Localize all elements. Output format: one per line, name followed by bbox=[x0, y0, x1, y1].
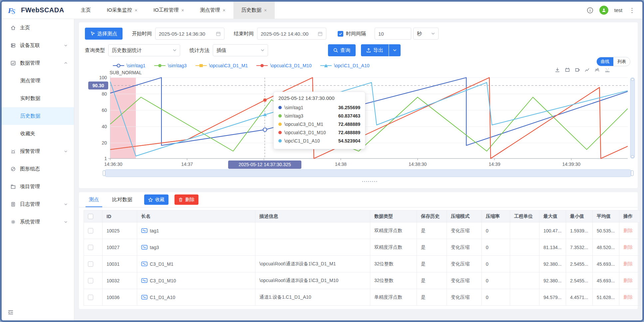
interval-input[interactable]: 10 bbox=[375, 28, 411, 40]
row-checkbox[interactable] bbox=[88, 228, 93, 233]
column-header-ID: ID bbox=[103, 210, 137, 222]
row-delete-link[interactable]: 删除 bbox=[623, 244, 633, 250]
interval-checkbox[interactable] bbox=[338, 31, 343, 37]
nav-tab-主页[interactable]: 主页 bbox=[73, 2, 99, 19]
sidebar-subitem-测点管理[interactable]: 测点管理 bbox=[2, 72, 74, 90]
legend-item--opcua-C3_D1_M1[interactable]: \opcua\C3_D1_M1 bbox=[195, 63, 248, 68]
row-delete-link[interactable]: 删除 bbox=[623, 228, 633, 233]
interval-unit-select[interactable]: 秒 bbox=[413, 28, 439, 40]
sidebar-item-日志管理[interactable]: 日志管理 bbox=[2, 195, 74, 213]
nav-tab-IO工程管理[interactable]: IO工程管理× bbox=[146, 2, 192, 19]
close-tab-icon[interactable]: × bbox=[264, 8, 267, 13]
marker bbox=[263, 99, 267, 102]
home-icon bbox=[10, 25, 16, 31]
points-table: ID长名描述信息数据类型保存历史压缩模式压缩率工程单位最大值最小值平均值操作 1… bbox=[84, 210, 640, 306]
row-delete-link[interactable]: 删除 bbox=[623, 261, 633, 266]
end-time-input[interactable]: 2025-05-12 14:40.:00 bbox=[257, 28, 326, 40]
smooth-line-chart-icon[interactable] bbox=[594, 67, 600, 74]
star-icon bbox=[148, 197, 153, 202]
stack-chart-icon[interactable] bbox=[604, 67, 610, 74]
close-tab-icon[interactable]: × bbox=[135, 8, 138, 13]
series-dot bbox=[278, 131, 282, 134]
curve-view-button[interactable]: 曲线 bbox=[597, 57, 613, 66]
stat-method-label: 统计方法 bbox=[189, 47, 209, 54]
nav-tab-历史数据[interactable]: 历史数据× bbox=[233, 2, 275, 19]
user-avatar[interactable] bbox=[599, 6, 608, 15]
cell-min: 7.3532... bbox=[566, 239, 593, 256]
nav-tab-label: IO工程管理 bbox=[154, 7, 179, 13]
sidebar-item-主页[interactable]: 主页 bbox=[2, 19, 74, 37]
start-time-input[interactable]: 2025-05-12 14:36:30 bbox=[155, 28, 224, 40]
nav-tab-测点管理[interactable]: 测点管理× bbox=[192, 2, 233, 19]
y-axis-tick: 1 bbox=[104, 156, 107, 161]
app-window: F S FWebSCADA 主页IO采集监控×IO工程管理×测点管理×历史数据×… bbox=[0, 0, 644, 322]
close-tab-icon[interactable]: × bbox=[223, 8, 225, 13]
sidebar-item-系统管理[interactable]: 系统管理 bbox=[2, 213, 74, 231]
datazoom-handle[interactable] bbox=[103, 170, 105, 176]
delete-button[interactable]: 删除 bbox=[174, 194, 198, 205]
cell-ratio: 0 bbox=[482, 289, 510, 306]
legend-marker bbox=[320, 63, 332, 68]
project-icon bbox=[10, 184, 16, 189]
sidebar-item-label: 日志管理 bbox=[20, 201, 40, 207]
legend-label: \opcua\C3_D1_M10 bbox=[270, 63, 312, 68]
sidebar-item-项目管理[interactable]: 项目管理 bbox=[2, 178, 74, 195]
nav-tab-label: 历史数据 bbox=[241, 7, 261, 13]
sidebar-subitem-实时数据[interactable]: 实时数据 bbox=[2, 90, 74, 107]
line-chart-icon[interactable] bbox=[584, 67, 590, 74]
row-checkbox[interactable] bbox=[88, 278, 93, 283]
favorite-button[interactable]: 收藏 bbox=[144, 194, 168, 205]
legend-item--sim-tag1[interactable]: \sim\tag1 bbox=[113, 63, 146, 68]
column-header-最小值: 最小值 bbox=[566, 210, 593, 222]
stat-method-select[interactable]: 插值 bbox=[213, 44, 268, 56]
save-image-icon[interactable] bbox=[554, 67, 560, 74]
column-header-操作: 操作 bbox=[619, 210, 640, 222]
tab-points[interactable]: 测点 bbox=[83, 192, 105, 207]
sidebar-item-数据管理[interactable]: 数据管理 bbox=[2, 54, 74, 72]
legend-item--sim-tag3[interactable]: \sim\tag3 bbox=[154, 63, 187, 68]
cell-unit bbox=[510, 239, 539, 256]
y-axis-tick: 20 bbox=[102, 140, 107, 146]
sidebar-item-设备互联[interactable]: 设备互联 bbox=[2, 37, 74, 54]
sidebar-item-label: 图形组态 bbox=[20, 166, 40, 172]
column-header-工程单位: 工程单位 bbox=[510, 210, 539, 222]
legend-item--opc-C1_D1_A10[interactable]: \opc\C1_D1_A10 bbox=[320, 63, 370, 68]
series-line--opcua-C3_D1_M10 bbox=[110, 78, 628, 159]
chevron-down-icon bbox=[173, 49, 176, 52]
row-delete-link[interactable]: 删除 bbox=[623, 294, 633, 300]
row-checkbox[interactable] bbox=[88, 245, 93, 250]
sidebar-subitem-历史数据[interactable]: 历史数据 bbox=[2, 107, 74, 125]
brand: F S FWebSCADA bbox=[2, 2, 73, 19]
sidebar-subitem-收藏夹[interactable]: 收藏夹 bbox=[2, 125, 74, 143]
select-all-checkbox[interactable] bbox=[88, 214, 93, 219]
datazoom-slider[interactable] bbox=[104, 169, 632, 177]
data-zoom-reset-icon[interactable] bbox=[574, 67, 580, 74]
cell-id: 10032 bbox=[103, 272, 137, 289]
row-checkbox[interactable] bbox=[88, 261, 93, 267]
cell-max: 92.380... bbox=[539, 256, 566, 272]
sidebar-item-图形组态[interactable]: 图形组态 bbox=[2, 160, 74, 178]
y-axis-name: SUB_NORMAL bbox=[110, 70, 142, 75]
search-button[interactable]: 查询 bbox=[328, 44, 356, 56]
query-type-select[interactable]: 历史数据统计 bbox=[108, 44, 180, 56]
list-view-button[interactable]: 列表 bbox=[613, 57, 630, 66]
row-checkbox[interactable] bbox=[88, 295, 93, 300]
collapse-sidebar-icon[interactable] bbox=[8, 310, 14, 316]
close-tab-icon[interactable]: × bbox=[181, 8, 184, 13]
tab-compare-data[interactable]: 比对数据 bbox=[106, 192, 138, 207]
kebab-menu-icon[interactable]: ⋮ bbox=[628, 7, 636, 14]
info-icon[interactable] bbox=[587, 7, 593, 14]
row-delete-link[interactable]: 删除 bbox=[623, 278, 633, 283]
vertical-zoom-slider[interactable] bbox=[630, 78, 635, 159]
export-dropdown-button[interactable] bbox=[389, 44, 401, 56]
select-points-button[interactable]: 选择测点 bbox=[85, 28, 123, 40]
sidebar-item-报警管理[interactable]: 报警管理 bbox=[2, 143, 74, 160]
datazoom-handle[interactable] bbox=[631, 170, 633, 176]
data-zoom-icon[interactable] bbox=[564, 67, 570, 74]
legend-item--opcua-C3_D1_M10[interactable]: \opcua\C3_D1_M10 bbox=[256, 63, 312, 68]
nav-tab-IO采集监控[interactable]: IO采集监控× bbox=[99, 2, 146, 19]
cell-name: C3_D1_M1 bbox=[137, 256, 255, 272]
export-button[interactable]: 导出 bbox=[361, 44, 389, 56]
series-name: \opcua\C3_D1_M10 bbox=[284, 130, 326, 135]
cell-name: C1_D1_A10 bbox=[137, 289, 255, 306]
